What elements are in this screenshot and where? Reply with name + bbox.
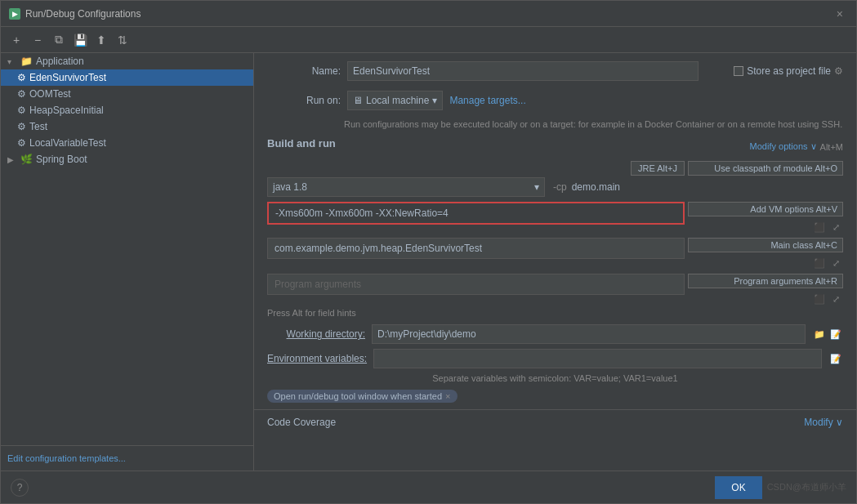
tree-item-oom[interactable]: ⚙ OOMTest: [1, 86, 253, 102]
working-dir-label: Working directory:: [267, 328, 365, 340]
move-up-button[interactable]: ⬆: [92, 31, 110, 49]
tree-item-label: OOMTest: [29, 88, 71, 100]
save-config-button[interactable]: 💾: [71, 31, 89, 49]
java-value: java 1.8: [273, 181, 307, 193]
local-machine-icon: 🖥: [353, 95, 363, 106]
fullscreen2-icon[interactable]: ⤢: [828, 256, 843, 270]
tree-item-eden[interactable]: ⚙ EdenSurvivorTest: [1, 69, 253, 86]
run-on-dropdown[interactable]: 🖥 Local machine ▾: [347, 91, 443, 110]
bottom-bar: ? OK CSDN@布道师小羊: [1, 471, 856, 503]
config-icon: ⚙: [17, 137, 26, 149]
env-vars-input[interactable]: [373, 349, 822, 368]
store-project-label: Store as project file: [747, 65, 831, 77]
title-bar-left: ▶ Run/Debug Configurations: [9, 8, 141, 20]
env-vars-icons: 📝: [828, 351, 843, 366]
watermark-text: CSDN@布道师小羊: [767, 481, 846, 493]
code-coverage-section: Code Coverage Modify ∨: [254, 409, 856, 435]
edit-icon[interactable]: 📝: [828, 327, 843, 341]
program-args-placeholder: Program arguments: [275, 279, 361, 290]
application-icon: 📁: [20, 56, 33, 67]
add-config-button[interactable]: +: [7, 31, 25, 49]
tree-item-heapspace[interactable]: ⚙ HeapSpaceInitial: [1, 102, 253, 118]
modify-link[interactable]: Modify ∨: [804, 417, 843, 428]
tree-application-group[interactable]: ▾ 📁 Application: [1, 53, 253, 69]
tree-item-label: Test: [29, 121, 47, 132]
fullscreen3-icon[interactable]: ⤢: [828, 292, 843, 306]
ok-button[interactable]: OK: [715, 476, 761, 499]
chip-label: Open run/debug tool window when started: [274, 391, 442, 401]
working-dir-input[interactable]: [372, 324, 806, 344]
store-project-area: Store as project file ⚙: [734, 65, 843, 77]
config-icon: ⚙: [17, 72, 26, 83]
program-args-input[interactable]: Program arguments: [267, 274, 685, 295]
program-args-button[interactable]: Program arguments Alt+R: [688, 274, 843, 288]
main-class-button[interactable]: Main class Alt+C: [688, 238, 843, 252]
code-coverage-label: Code Coverage: [267, 417, 336, 428]
use-classpath-button[interactable]: Use classpath of module Alt+O: [688, 161, 843, 176]
dropdown-arrow-icon: ▾: [432, 95, 437, 106]
springboot-icon: 🌿: [20, 154, 33, 165]
edit-templates-link[interactable]: Edit configuration templates...: [7, 453, 126, 463]
tree-springboot-group[interactable]: ▶ 🌿 Spring Boot: [1, 151, 253, 167]
java-version-dropdown[interactable]: java 1.8 ▾: [267, 177, 545, 197]
remove-config-button[interactable]: −: [29, 31, 47, 49]
chip-close-button[interactable]: ×: [445, 391, 450, 401]
cp-value: demo.main: [572, 181, 620, 193]
gear-icon[interactable]: ⚙: [834, 65, 843, 77]
run-debug-dialog: ▶ Run/Debug Configurations × + − ⧉ 💾 ⬆ ⇅…: [0, 0, 857, 504]
expand-icon[interactable]: ⬛: [812, 220, 827, 234]
help-button[interactable]: ?: [11, 479, 29, 497]
working-dir-section: Working directory: 📁 📝: [267, 324, 843, 344]
env-separator-text: Separate variables with semicolon: VAR=v…: [267, 373, 843, 383]
application-label: Application: [36, 56, 84, 67]
working-dir-icons: 📁 📝: [812, 327, 843, 341]
copy-config-button[interactable]: ⧉: [50, 31, 68, 49]
tree-item-test[interactable]: ⚙ Test: [1, 118, 253, 135]
add-vm-options-button[interactable]: Add VM options Alt+V: [688, 202, 843, 216]
press-alt-hint: Press Alt for field hints: [267, 308, 843, 318]
vm-options-input[interactable]: -Xms600m -Xmx600m -XX:NewRatio=4: [267, 202, 685, 225]
main-class-input[interactable]: com.example.demo.jvm.heap.EdenSurvivorTe…: [267, 238, 685, 259]
sort-button[interactable]: ⇅: [114, 31, 132, 49]
folder-icon[interactable]: 📁: [812, 327, 827, 341]
jre-button[interactable]: JRE Alt+J: [631, 161, 685, 176]
close-button[interactable]: ×: [832, 6, 848, 22]
run-description: Run configurations may be executed local…: [254, 115, 856, 137]
manage-targets-link[interactable]: Manage targets...: [449, 95, 525, 106]
tree-item-localvariable[interactable]: ⚙ LocalVariableTest: [1, 135, 253, 151]
env-vars-label: Environment variables:: [267, 353, 367, 364]
name-input[interactable]: [347, 61, 699, 81]
run-on-section: Run on: 🖥 Local machine ▾ Manage targets…: [254, 86, 856, 115]
env-vars-section: Environment variables: 📝: [267, 349, 843, 368]
modify-options-link[interactable]: Modify options ∨: [750, 141, 817, 152]
left-footer: Edit configuration templates...: [1, 445, 253, 471]
fullscreen-icon[interactable]: ⤢: [828, 220, 843, 234]
title-bar: ▶ Run/Debug Configurations ×: [1, 1, 856, 27]
right-panel: Name: Store as project file ⚙ Run on: 🖥 …: [254, 53, 856, 471]
main-class-value: com.example.demo.jvm.heap.EdenSurvivorTe…: [275, 243, 482, 254]
cp-prefix: -cp: [553, 181, 567, 193]
env-edit-icon[interactable]: 📝: [828, 351, 843, 366]
tree-item-label: LocalVariableTest: [29, 137, 106, 149]
name-section: Name: Store as project file ⚙: [254, 53, 856, 86]
run-on-label: Run on:: [267, 95, 341, 106]
springboot-label: Spring Boot: [36, 154, 87, 165]
name-label: Name:: [267, 65, 341, 77]
left-panel: ▾ 📁 Application ⚙ EdenSurvivorTest ⚙ OOM…: [1, 53, 254, 471]
main-content: ▾ 📁 Application ⚙ EdenSurvivorTest ⚙ OOM…: [1, 53, 856, 471]
toolbar: + − ⧉ 💾 ⬆ ⇅: [1, 27, 856, 53]
open-run-debug-chip-area: Open run/debug tool window when started …: [267, 390, 843, 409]
build-run-title: Build and run: [267, 137, 336, 149]
java-dropdown-arrow: ▾: [534, 181, 539, 193]
expand3-icon[interactable]: ⬛: [812, 292, 827, 306]
store-project-checkbox[interactable]: [734, 66, 743, 76]
modify-shortcut: Alt+M: [820, 142, 843, 152]
expand2-icon[interactable]: ⬛: [812, 256, 827, 270]
config-icon: ⚙: [17, 121, 26, 132]
tree-item-label: HeapSpaceInitial: [29, 105, 104, 116]
vm-options-value: -Xms600m -Xmx600m -XX:NewRatio=4: [275, 207, 449, 219]
expand-arrow: ▾: [7, 57, 17, 66]
dialog-icon: ▶: [9, 8, 20, 20]
run-on-value: Local machine: [366, 95, 429, 106]
build-run-section: Build and run Modify options ∨ Alt+M JRE…: [254, 137, 856, 409]
